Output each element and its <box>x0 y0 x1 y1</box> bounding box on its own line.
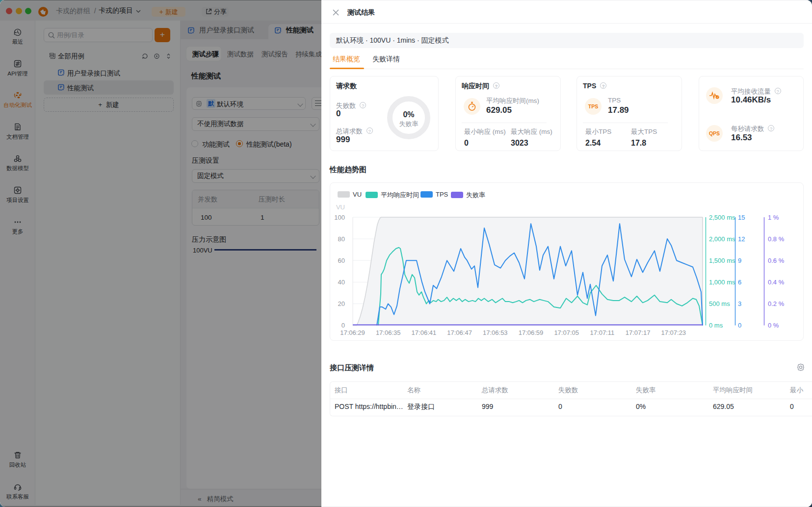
svg-text:2,500 ms: 2,500 ms <box>709 214 735 221</box>
svg-text:500 ms: 500 ms <box>709 300 730 307</box>
svg-text:100: 100 <box>334 214 345 221</box>
svg-text:9: 9 <box>738 257 741 264</box>
svg-text:20: 20 <box>338 300 345 307</box>
svg-text:40: 40 <box>338 279 345 286</box>
svg-text:17:06:29: 17:06:29 <box>340 329 365 336</box>
svg-text:3: 3 <box>738 300 741 307</box>
svg-text:0 %: 0 % <box>768 322 779 329</box>
svg-text:17:07:05: 17:07:05 <box>554 329 579 336</box>
svg-text:0.8 %: 0.8 % <box>768 235 785 243</box>
svg-text:17:06:47: 17:06:47 <box>447 329 472 336</box>
svg-text:17:07:17: 17:07:17 <box>626 329 651 336</box>
svg-text:60: 60 <box>338 257 345 264</box>
svg-text:17:06:41: 17:06:41 <box>412 329 437 336</box>
svg-text:17:06:35: 17:06:35 <box>376 329 401 336</box>
svg-text:VU: VU <box>336 203 345 211</box>
svg-text:15: 15 <box>738 214 745 221</box>
svg-text:80: 80 <box>338 235 345 243</box>
svg-text:1 %: 1 % <box>768 214 779 221</box>
svg-text:2,000 ms: 2,000 ms <box>709 235 735 243</box>
svg-text:6: 6 <box>738 279 741 286</box>
svg-text:17:06:53: 17:06:53 <box>483 329 508 336</box>
svg-text:0 ms: 0 ms <box>709 322 723 329</box>
svg-text:0.2 %: 0.2 % <box>768 300 785 307</box>
svg-text:17:07:11: 17:07:11 <box>590 329 615 336</box>
svg-text:0.4 %: 0.4 % <box>768 279 785 286</box>
svg-text:0.6 %: 0.6 % <box>768 257 785 264</box>
svg-text:1,500 ms: 1,500 ms <box>709 257 735 264</box>
svg-text:17:07:23: 17:07:23 <box>661 329 686 336</box>
svg-text:0: 0 <box>738 322 741 329</box>
svg-text:12: 12 <box>738 235 745 243</box>
svg-text:1,000 ms: 1,000 ms <box>709 279 735 286</box>
svg-text:0: 0 <box>341 322 345 329</box>
svg-text:17:06:59: 17:06:59 <box>519 329 544 336</box>
